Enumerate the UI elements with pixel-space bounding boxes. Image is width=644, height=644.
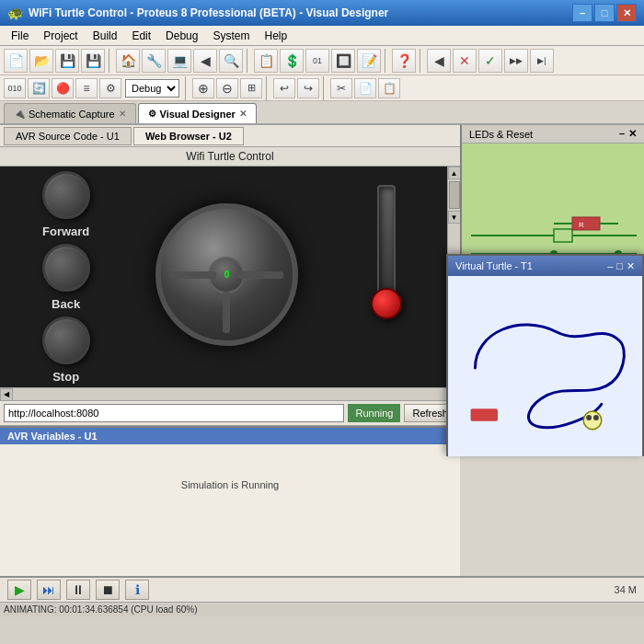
- zoom-fit-button[interactable]: ⊞: [240, 78, 262, 98]
- dollar-button[interactable]: 💲: [280, 49, 304, 73]
- schematic-tab-close[interactable]: ✕: [119, 109, 126, 119]
- app-icon: 🐢: [7, 6, 23, 20]
- clipboard-button[interactable]: 📋: [254, 49, 278, 73]
- step-button[interactable]: ⏭: [37, 580, 61, 600]
- info-button[interactable]: ℹ: [125, 580, 149, 600]
- arrow-left-button[interactable]: ◀: [427, 49, 451, 73]
- url-input[interactable]: [4, 404, 344, 422]
- spoke-left: [170, 271, 216, 279]
- debug-toolbar: 010 🔄 🔴 ≡ ⚙ Debug ⊕ ⊖ ⊞ ↩ ↪ ✂ 📄 📋: [0, 75, 644, 101]
- scroll-left-arrow[interactable]: ◀: [0, 388, 13, 401]
- menu-help[interactable]: Help: [257, 28, 294, 44]
- list-button[interactable]: ≡: [75, 78, 98, 98]
- forward-button-visual[interactable]: [42, 171, 90, 219]
- search-button[interactable]: 🔍: [219, 49, 243, 73]
- home-button[interactable]: 🏠: [116, 49, 140, 73]
- menu-build[interactable]: Build: [86, 28, 125, 44]
- binary-view-button[interactable]: 010: [4, 78, 26, 98]
- new-file-button[interactable]: 📄: [4, 49, 28, 73]
- undo-button[interactable]: ↩: [273, 78, 295, 98]
- steering-wheel-container: 0: [155, 203, 303, 351]
- menu-file[interactable]: File: [4, 28, 36, 44]
- scroll-up-arrow[interactable]: ▲: [448, 167, 461, 179]
- svg-point-21: [593, 415, 599, 420]
- forward-label: Forward: [42, 224, 89, 238]
- stop-toolbar-button[interactable]: 🔴: [52, 78, 74, 98]
- pause-button[interactable]: ⏸: [66, 580, 90, 600]
- copy-button[interactable]: 📄: [354, 78, 376, 98]
- tab-visual-designer[interactable]: ⚙ Visual Designer ✕: [138, 103, 257, 123]
- main-toolbar: 📄 📂 💾 💾 🏠 🔧 💻 ◀ 🔍 📋 💲 01 🔲 📝 ❓ ◀ ✕ ✓ ▶▶ …: [0, 46, 644, 75]
- back-button-visual[interactable]: [42, 244, 90, 292]
- check-button[interactable]: ✓: [478, 49, 502, 73]
- toolbar-sep-3: [385, 49, 388, 73]
- vt-close-button[interactable]: ✕: [627, 260, 635, 272]
- scroll-down-arrow[interactable]: ▼: [448, 211, 461, 224]
- tab-schematic-capture[interactable]: 🔌 Schematic Capture ✕: [4, 103, 136, 123]
- bottom-playback-bar: ▶ ⏭ ⏸ ⏹ ℹ 34 M: [0, 576, 644, 602]
- open-file-button[interactable]: 📂: [29, 49, 53, 73]
- led-min-button[interactable]: –: [619, 128, 625, 140]
- cross-button[interactable]: ✕: [453, 49, 477, 73]
- web-browser-label: Web Browser - U2: [145, 131, 232, 142]
- save-button[interactable]: 💾: [55, 49, 79, 73]
- menu-debug[interactable]: Debug: [158, 28, 205, 44]
- maximize-button[interactable]: □: [594, 4, 615, 22]
- arrow-end-button[interactable]: ▶|: [530, 49, 554, 73]
- main-area: AVR Source Code - U1 Web Browser - U2 Wi…: [0, 125, 644, 576]
- play-button[interactable]: ▶: [7, 580, 31, 600]
- arrow-right-button[interactable]: ▶▶: [504, 49, 528, 73]
- stop-play-button[interactable]: ⏹: [96, 580, 120, 600]
- horiz-scrollbar[interactable]: ◀ ▶: [0, 387, 460, 400]
- virtual-turtle-content: [448, 276, 642, 456]
- redo-button[interactable]: ↪: [297, 78, 319, 98]
- notes-button[interactable]: 📝: [357, 49, 381, 73]
- box-button[interactable]: 🔲: [331, 49, 355, 73]
- tab-bar: 🔌 Schematic Capture ✕ ⚙ Visual Designer …: [0, 101, 644, 125]
- paste-button[interactable]: 📋: [378, 78, 400, 98]
- stop-label: Stop: [52, 370, 79, 384]
- save-all-button[interactable]: 💾: [81, 49, 105, 73]
- menu-edit[interactable]: Edit: [124, 28, 158, 44]
- steering-wheel[interactable]: 0: [155, 203, 298, 346]
- toolbar-sep-2: [247, 49, 250, 73]
- vt-title-text: Virtual Turtle - T1: [455, 260, 533, 271]
- led-title-bar: LEDs & Reset – ✕: [462, 125, 644, 144]
- avr-source-label: AVR Source Code - U1: [16, 131, 120, 142]
- debug-mode-select[interactable]: Debug: [125, 79, 179, 98]
- right-panel: LEDs & Reset – ✕ R: [460, 125, 644, 576]
- menu-system[interactable]: System: [205, 28, 257, 44]
- gear-icon[interactable]: ⚙: [99, 78, 121, 98]
- computer-button[interactable]: 💻: [167, 49, 191, 73]
- zoom-in-button[interactable]: ⊕: [192, 78, 214, 98]
- scroll-thumb[interactable]: [449, 181, 460, 209]
- subtab-bar: AVR Source Code - U1 Web Browser - U2: [0, 125, 460, 147]
- vars-content: Simulation is Running: [0, 472, 460, 498]
- visual-tab-close[interactable]: ✕: [239, 109, 247, 119]
- zoom-out-button[interactable]: ⊖: [216, 78, 238, 98]
- stop-button-visual[interactable]: [42, 316, 90, 364]
- vt-max-button[interactable]: □: [616, 260, 623, 272]
- toolbar-sep-1: [109, 49, 112, 73]
- vt-min-button[interactable]: –: [607, 260, 613, 272]
- browser-scroll-area: Forward Back Stop 0: [0, 167, 460, 387]
- subtab-web-browser[interactable]: Web Browser - U2: [133, 127, 244, 145]
- url-bar: Running Refresh: [0, 400, 460, 426]
- throttle-track[interactable]: [377, 185, 396, 314]
- minimize-button[interactable]: –: [572, 4, 592, 22]
- menu-project[interactable]: Project: [36, 28, 85, 44]
- toolbar2-sep: [185, 76, 189, 100]
- memory-status: 34 M: [615, 584, 637, 595]
- status-text: ANIMATING: 00:01:34.636854 (CPU load 60%…: [4, 604, 197, 615]
- back-button[interactable]: ◀: [193, 49, 217, 73]
- refresh-toolbar-button[interactable]: 🔄: [28, 78, 50, 98]
- help-button[interactable]: ❓: [392, 49, 416, 73]
- close-button[interactable]: ✕: [616, 4, 637, 22]
- led-close-button[interactable]: ✕: [628, 128, 637, 140]
- cut-button[interactable]: ✂: [330, 78, 352, 98]
- back-label: Back: [52, 297, 80, 311]
- settings-button[interactable]: 🔧: [142, 49, 166, 73]
- binary-button[interactable]: 01: [305, 49, 329, 73]
- subtab-avr-source[interactable]: AVR Source Code - U1: [4, 127, 132, 145]
- svg-rect-4: [572, 217, 600, 230]
